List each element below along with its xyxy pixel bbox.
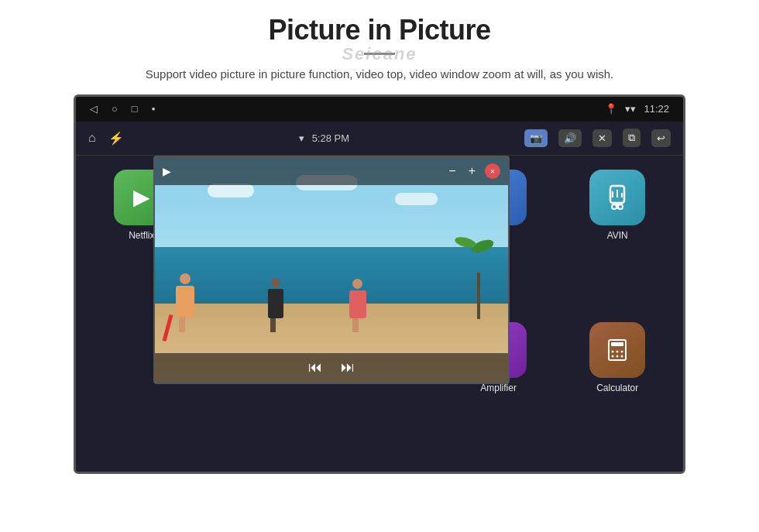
status-bar-left: ◁ ○ □ ▪ bbox=[90, 103, 155, 115]
pip-bottom-controls: ⏮ ⏭ bbox=[155, 353, 508, 383]
nav-bar-right: 📷 🔊 ✕ ⧉ ↩ bbox=[524, 129, 671, 147]
status-bar: ◁ ○ □ ▪ 📍 ▾▾ 11:22 bbox=[76, 97, 683, 122]
svg-point-8 bbox=[612, 204, 616, 209]
page-title: Picture in Picture bbox=[268, 14, 490, 46]
location-icon: 📍 bbox=[605, 103, 617, 115]
avin-label: AVIN bbox=[607, 230, 628, 241]
beach-scene bbox=[155, 157, 508, 383]
pip-prev-btn[interactable]: ⏮ bbox=[308, 359, 322, 376]
usb-icon[interactable]: ⚡ bbox=[108, 131, 124, 146]
calculator-label: Calculator bbox=[596, 383, 638, 393]
pip-video-window[interactable]: ▶ − + × ⏮ ⏭ bbox=[153, 156, 510, 384]
status-bar-right: 📍 ▾▾ 11:22 bbox=[605, 103, 669, 115]
status-time: 11:22 bbox=[644, 103, 669, 115]
wifi-nav-icon: ▾ bbox=[299, 132, 304, 144]
pip-close-btn[interactable]: × bbox=[485, 163, 500, 179]
nav-bar-left: ⌂ ⚡ bbox=[88, 131, 124, 146]
cloud1 bbox=[208, 184, 254, 197]
recents-icon[interactable]: □ bbox=[132, 103, 138, 115]
screenshot-icon[interactable]: ▪ bbox=[152, 103, 156, 115]
svg-point-25 bbox=[616, 350, 619, 352]
svg-rect-23 bbox=[611, 342, 623, 346]
android-screen: ◁ ○ □ ▪ 📍 ▾▾ 11:22 ⌂ ⚡ ▾ 5:28 PM 📷 bbox=[74, 94, 685, 474]
app-avin[interactable]: AVIN bbox=[562, 170, 672, 313]
title-divider bbox=[364, 53, 395, 55]
cloud3 bbox=[395, 193, 438, 205]
wifi-icon: ▾▾ bbox=[625, 103, 636, 115]
avin-icon bbox=[589, 170, 645, 225]
calculator-icon bbox=[589, 322, 645, 378]
back-nav-icon[interactable]: ◁ bbox=[90, 103, 98, 115]
page-wrapper: Picture in Picture Seicane Support video… bbox=[0, 0, 759, 532]
pip-maximize-btn[interactable]: + bbox=[465, 163, 479, 180]
palm-trunk bbox=[477, 273, 480, 319]
home-circle-icon[interactable]: ○ bbox=[112, 103, 118, 115]
home-icon[interactable]: ⌂ bbox=[88, 131, 96, 145]
nav-time: 5:28 PM bbox=[312, 132, 349, 144]
window-btn[interactable]: ⧉ bbox=[623, 129, 641, 147]
svg-point-26 bbox=[621, 350, 623, 352]
person1 bbox=[176, 273, 194, 332]
pip-next-btn[interactable]: ⏭ bbox=[341, 359, 355, 376]
app-calculator[interactable]: Calculator bbox=[562, 322, 672, 465]
svg-point-28 bbox=[616, 355, 619, 357]
person2 bbox=[268, 278, 283, 332]
camera-btn[interactable]: 📷 bbox=[524, 129, 548, 147]
nav-bar-center: ▾ 5:28 PM bbox=[299, 132, 349, 144]
subtitle: Support video picture in picture functio… bbox=[146, 66, 613, 84]
person3 bbox=[349, 279, 366, 332]
pip-minimize-btn[interactable]: − bbox=[445, 163, 458, 180]
svg-point-9 bbox=[618, 204, 623, 209]
pip-window-container: ▶ − + × ⏮ ⏭ bbox=[153, 156, 510, 411]
back-btn[interactable]: ↩ bbox=[651, 129, 671, 147]
svg-point-24 bbox=[612, 350, 614, 352]
nav-bar: ⌂ ⚡ ▾ 5:28 PM 📷 🔊 ✕ ⧉ ↩ bbox=[76, 122, 683, 156]
pip-controls-bar: ▶ − + × bbox=[155, 157, 508, 185]
netflix-label: Netflix bbox=[129, 230, 154, 241]
pip-video-icon: ▶ bbox=[163, 165, 171, 177]
svg-point-27 bbox=[612, 355, 614, 357]
main-area: ▶ Netflix SiriusXM bbox=[76, 156, 683, 474]
volume-btn[interactable]: 🔊 bbox=[558, 129, 582, 147]
close-btn[interactable]: ✕ bbox=[592, 129, 612, 147]
svg-point-29 bbox=[621, 355, 623, 357]
